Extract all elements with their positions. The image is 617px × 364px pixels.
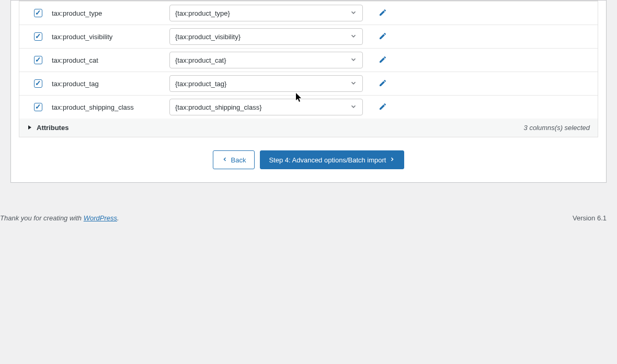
- svg-marker-0: [28, 125, 31, 130]
- select-value: {tax:product_shipping_class}: [175, 103, 262, 111]
- chevron-down-icon: [350, 103, 357, 112]
- chevron-down-icon: [350, 32, 357, 41]
- select-value: {tax:product_type}: [175, 9, 230, 17]
- row-label: tax:product_visibility: [52, 33, 169, 41]
- chevron-down-icon: [350, 9, 357, 18]
- mapping-row: tax:product_type {tax:product_type}: [19, 1, 598, 25]
- row-checkbox[interactable]: [34, 103, 42, 111]
- row-select[interactable]: {tax:product_tag}: [169, 75, 363, 92]
- row-checkbox[interactable]: [34, 32, 42, 41]
- chevron-left-icon: [222, 156, 228, 164]
- row-select[interactable]: {tax:product_visibility}: [169, 28, 363, 45]
- mapping-row: tax:product_shipping_class {tax:product_…: [19, 96, 598, 119]
- row-label: tax:product_shipping_class: [52, 103, 169, 111]
- row-checkbox[interactable]: [34, 56, 42, 64]
- pencil-icon[interactable]: [379, 81, 387, 89]
- mapping-row: tax:product_visibility {tax:product_visi…: [19, 25, 598, 49]
- wordpress-link[interactable]: WordPress: [84, 214, 117, 222]
- pencil-icon[interactable]: [379, 10, 387, 18]
- caret-right-icon: [27, 124, 32, 132]
- row-select[interactable]: {tax:product_cat}: [169, 52, 363, 68]
- row-select[interactable]: {tax:product_shipping_class}: [169, 99, 363, 115]
- footer-thanks-suffix: .: [117, 214, 119, 222]
- chevron-down-icon: [350, 79, 357, 88]
- section-title: Attributes: [37, 124, 68, 132]
- row-label: tax:product_type: [52, 9, 169, 17]
- footer-thanks-prefix: Thank you for creating with: [0, 214, 84, 222]
- mapping-row: tax:product_cat {tax:product_cat}: [19, 49, 598, 72]
- row-checkbox[interactable]: [34, 9, 42, 17]
- select-value: {tax:product_visibility}: [175, 33, 241, 41]
- pencil-icon[interactable]: [379, 34, 387, 42]
- row-select[interactable]: {tax:product_type}: [169, 5, 363, 21]
- back-button-label: Back: [231, 156, 246, 164]
- select-value: {tax:product_tag}: [175, 80, 226, 88]
- pencil-icon[interactable]: [379, 104, 387, 112]
- next-button-label: Step 4: Advanced options/Batch import: [269, 156, 386, 164]
- next-button[interactable]: Step 4: Advanced options/Batch import: [260, 150, 404, 169]
- row-label: tax:product_cat: [52, 56, 169, 64]
- pencil-icon[interactable]: [379, 57, 387, 65]
- section-selected-count: 3 columns(s) selected: [524, 124, 590, 132]
- select-value: {tax:product_cat}: [175, 56, 226, 64]
- section-header-attributes[interactable]: Attributes 3 columns(s) selected: [19, 119, 598, 137]
- row-label: tax:product_tag: [52, 80, 169, 88]
- mapping-row: tax:product_tag {tax:product_tag}: [19, 72, 598, 96]
- chevron-down-icon: [350, 56, 357, 65]
- footer-version: Version 6.1: [573, 214, 607, 222]
- row-checkbox[interactable]: [34, 79, 42, 88]
- back-button[interactable]: Back: [213, 150, 255, 169]
- chevron-right-icon: [389, 156, 395, 164]
- wp-footer: Thank you for creating with WordPress. V…: [0, 204, 607, 232]
